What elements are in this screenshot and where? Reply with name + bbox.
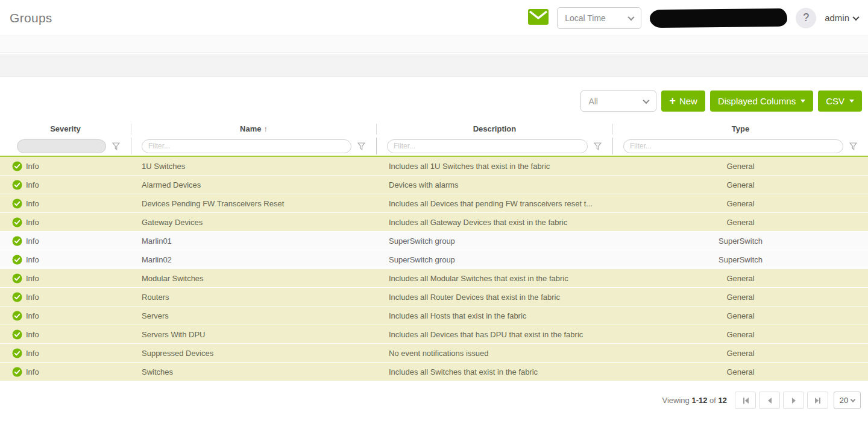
timezone-select-value: Local Time: [565, 13, 606, 23]
row-severity-label: Info: [26, 180, 39, 189]
column-header-label: Name: [240, 124, 261, 133]
chevron-down-icon: [851, 397, 855, 402]
row-name: Modular Switches: [131, 274, 377, 283]
row-description: Includes all Modular Switches that exist…: [377, 274, 613, 283]
severity-cell: Info: [0, 329, 131, 340]
new-button[interactable]: + New: [661, 90, 705, 112]
table-row[interactable]: Info Marlin02 SuperSwitch group SuperSwi…: [0, 250, 868, 269]
table-body: Info 1U Switches Includes all 1U Switche…: [0, 157, 868, 381]
row-type: SuperSwitch: [613, 237, 868, 246]
csv-button[interactable]: CSV: [818, 90, 862, 112]
table-row[interactable]: Info 1U Switches Includes all 1U Switche…: [0, 157, 868, 176]
scope-select[interactable]: All: [580, 90, 656, 112]
table-row[interactable]: Info Servers Includes all Hosts that exi…: [0, 306, 868, 325]
table-row[interactable]: Info Marlin01 SuperSwitch group SuperSwi…: [0, 232, 868, 250]
table-row[interactable]: Info Gateway Devices Includes all Gatewa…: [0, 213, 868, 232]
row-name: Servers With DPU: [131, 330, 377, 339]
table-row[interactable]: Info Devices Pending FW Transceivers Res…: [0, 194, 868, 213]
table-row[interactable]: Info Suppressed Devices No event notific…: [0, 344, 868, 363]
type-filter-input[interactable]: [623, 139, 843, 153]
csv-button-label: CSV: [826, 96, 844, 106]
row-description: Includes all Devices that has DPU that e…: [377, 330, 613, 339]
info-check-icon: [12, 180, 22, 190]
user-menu[interactable]: admin: [825, 13, 858, 23]
top-bar-right: Local Time ? admin: [528, 7, 858, 29]
row-description: No event notifications issued: [377, 349, 613, 358]
table-row[interactable]: Info Alarmed Devices Devices with alarms…: [0, 176, 868, 194]
row-severity-label: Info: [26, 255, 39, 264]
row-name: Marlin01: [131, 237, 377, 246]
help-button[interactable]: ?: [796, 8, 816, 28]
row-severity-label: Info: [26, 162, 39, 171]
severity-cell: Info: [0, 217, 131, 227]
timezone-select[interactable]: Local Time: [557, 7, 641, 29]
last-page-button[interactable]: [807, 392, 828, 409]
filter-cell-description: [377, 138, 613, 154]
table-row[interactable]: Info Servers With DPU Includes all Devic…: [0, 325, 868, 344]
info-check-icon: [12, 161, 22, 171]
severity-cell: Info: [0, 367, 131, 377]
viewing-summary: Viewing 1-12 of 12: [662, 396, 727, 405]
row-severity-label: Info: [26, 330, 39, 339]
column-header-type[interactable]: Type: [613, 124, 868, 135]
displayed-columns-button[interactable]: Displayed Columns: [710, 90, 813, 112]
row-description: SuperSwitch group: [377, 237, 613, 246]
chevron-down-icon: [643, 97, 650, 103]
filter-cell-severity: [0, 138, 131, 154]
pagination-bar: Viewing 1-12 of 12 20: [0, 392, 868, 409]
info-check-icon: [12, 329, 22, 340]
row-description: Includes all Devices that pending FW tra…: [377, 199, 613, 208]
row-type: General: [613, 274, 868, 283]
top-bar: Groups Local Time ? admin: [0, 0, 868, 36]
filter-cell-name: [131, 138, 377, 154]
row-type: General: [613, 330, 868, 339]
severity-cell: Info: [0, 236, 131, 246]
sub-header-band: [0, 36, 868, 53]
severity-cell: Info: [0, 292, 131, 302]
row-description: Includes all Switches that exist in the …: [377, 367, 613, 376]
column-header-severity[interactable]: Severity: [0, 124, 131, 135]
severity-cell: Info: [0, 255, 131, 265]
funnel-icon[interactable]: [357, 142, 365, 150]
name-filter-input[interactable]: [142, 139, 351, 153]
table-row[interactable]: Info Switches Includes all Switches that…: [0, 363, 868, 381]
next-page-button[interactable]: [783, 392, 804, 409]
row-type: General: [613, 349, 868, 358]
severity-cell: Info: [0, 348, 131, 358]
funnel-icon[interactable]: [849, 142, 857, 150]
info-check-icon: [12, 367, 22, 377]
page-size-select[interactable]: 20: [834, 392, 861, 409]
row-name: Gateway Devices: [131, 218, 377, 227]
column-header-name[interactable]: Name↑: [131, 124, 377, 135]
next-page-icon: [790, 397, 797, 404]
row-type: SuperSwitch: [613, 255, 868, 264]
table-row[interactable]: Info Modular Switches Includes all Modul…: [0, 269, 868, 288]
row-type: General: [613, 367, 868, 376]
caret-down-icon: [800, 100, 805, 103]
table-filter-row: [0, 138, 868, 157]
description-filter-input[interactable]: [387, 139, 588, 153]
mail-button[interactable]: [528, 9, 549, 27]
info-check-icon: [12, 273, 22, 284]
previous-page-button[interactable]: [759, 392, 780, 409]
column-header-description[interactable]: Description: [377, 124, 613, 135]
info-check-icon: [12, 236, 22, 246]
row-description: Devices with alarms: [377, 180, 613, 189]
row-description: Includes all Gateway Devices that exist …: [377, 218, 613, 227]
severity-filter-input: [17, 139, 106, 153]
row-name: 1U Switches: [131, 162, 377, 171]
page-title: Groups: [10, 11, 52, 25]
column-header-label: Type: [732, 124, 749, 133]
funnel-icon[interactable]: [112, 142, 120, 150]
row-severity-label: Info: [26, 349, 39, 358]
table-row[interactable]: Info Routers Includes all Router Devices…: [0, 288, 868, 306]
viewing-of-label: of: [709, 396, 716, 405]
first-page-button[interactable]: [735, 392, 756, 409]
info-check-icon: [12, 292, 22, 302]
funnel-icon[interactable]: [594, 142, 602, 150]
breadcrumb-band: [0, 53, 868, 77]
info-check-icon: [12, 255, 22, 265]
new-button-label: New: [679, 96, 697, 106]
redaction-blob: [650, 8, 787, 27]
row-description: Includes all Hosts that exist in the fab…: [377, 311, 613, 320]
